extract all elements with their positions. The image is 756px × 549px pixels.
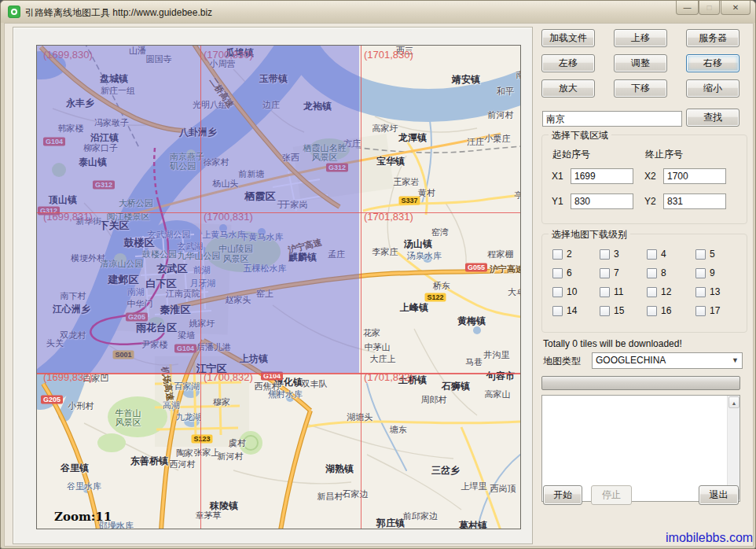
checkbox-icon bbox=[647, 268, 657, 278]
map-canvas[interactable]: 下关区鼓楼区玄武区建邺区白下区秦淮区雨花台区栖霞区江宁区盘城镇永丰乡沿江镇泰山镇… bbox=[36, 45, 521, 529]
map-type-label: 地图类型 bbox=[543, 355, 581, 368]
tile-gridline-horizontal bbox=[37, 212, 521, 213]
close-button[interactable]: ✕ bbox=[721, 1, 750, 15]
checkbox-icon bbox=[552, 268, 563, 278]
download-progressbar bbox=[541, 376, 740, 390]
zoom-in-button[interactable]: 放大 bbox=[541, 79, 595, 98]
level-12-checkbox[interactable]: 12 bbox=[647, 286, 695, 297]
move-left-button[interactable]: 左移 bbox=[541, 54, 595, 72]
find-button[interactable]: 查找 bbox=[686, 109, 739, 127]
map-panel: 下关区鼓楼区玄武区建邺区白下区秦淮区雨花台区栖霞区江宁区盘城镇永丰乡沿江镇泰山镇… bbox=[13, 27, 533, 544]
level-14-checkbox[interactable]: 14 bbox=[552, 305, 600, 316]
map-type-value: GOOGLECHINA bbox=[596, 355, 666, 366]
level-label: 17 bbox=[710, 305, 720, 316]
exit-button[interactable]: 退出 bbox=[699, 485, 739, 505]
titlebar[interactable]: 引路蜂离线地图工具 http://www.guidebee.biz — □ ✕ bbox=[1, 1, 756, 23]
window-title: 引路蜂离线地图工具 http://www.guidebee.biz bbox=[25, 6, 212, 20]
tile-range-fields: X1X2Y1Y2 bbox=[552, 168, 737, 209]
map-type-select[interactable]: GOOGLECHINA ▼ bbox=[592, 352, 743, 369]
client-area: 下关区鼓楼区玄武区建邺区白下区秦淮区雨花台区栖霞区江宁区盘城镇永丰乡沿江镇泰山镇… bbox=[4, 23, 754, 547]
level-6-checkbox[interactable]: 6 bbox=[552, 267, 600, 278]
move-down-button[interactable]: 下移 bbox=[614, 79, 667, 98]
tile-gridline-horizontal bbox=[37, 373, 521, 374]
move-up-button[interactable]: 上移 bbox=[614, 29, 667, 47]
adjust-button[interactable]: 调整 bbox=[614, 54, 667, 72]
checkbox-icon bbox=[647, 287, 657, 297]
maximize-button: □ bbox=[699, 1, 720, 15]
level-label: 3 bbox=[614, 249, 619, 260]
tile-coordinate-label: (1701,830) bbox=[364, 49, 413, 61]
scroll-up-icon[interactable]: ▲ bbox=[728, 396, 739, 408]
server-button[interactable]: 服务器 bbox=[686, 29, 739, 47]
level-11-checkbox[interactable]: 11 bbox=[600, 286, 647, 297]
level-label: 5 bbox=[710, 249, 715, 260]
level-17-checkbox[interactable]: 17 bbox=[695, 305, 739, 316]
search-input[interactable] bbox=[542, 111, 682, 127]
level-label: 12 bbox=[661, 286, 671, 297]
level-16-checkbox[interactable]: 16 bbox=[647, 305, 695, 316]
x1-label: X1 bbox=[552, 171, 571, 182]
level-9-checkbox[interactable]: 9 bbox=[695, 267, 739, 278]
level-8-checkbox[interactable]: 8 bbox=[647, 267, 695, 278]
level-2-checkbox[interactable]: 2 bbox=[552, 249, 600, 260]
level-label: 14 bbox=[567, 305, 577, 316]
x2-input[interactable] bbox=[663, 168, 726, 184]
level-label: 16 bbox=[661, 305, 671, 316]
checkbox-icon bbox=[552, 287, 563, 297]
zoom-out-button[interactable]: 缩小 bbox=[686, 79, 739, 98]
level-label: 9 bbox=[710, 267, 715, 278]
level-label: 10 bbox=[567, 286, 577, 297]
load-file-button[interactable]: 加载文件 bbox=[541, 29, 595, 47]
y1-input[interactable] bbox=[571, 193, 633, 209]
tiles-summary-text: Totally 0 tiles will be downloaded! bbox=[543, 338, 682, 349]
app-icon bbox=[8, 6, 20, 18]
level-3-checkbox[interactable]: 3 bbox=[600, 249, 647, 260]
level-label: 2 bbox=[567, 249, 572, 260]
level-label: 13 bbox=[710, 286, 720, 297]
y2-input[interactable] bbox=[663, 193, 726, 209]
app-window: 引路蜂离线地图工具 http://www.guidebee.biz — □ ✕ bbox=[0, 0, 756, 549]
level-7-checkbox[interactable]: 7 bbox=[600, 267, 647, 278]
start-button[interactable]: 开始 bbox=[543, 485, 582, 505]
checkbox-icon bbox=[647, 249, 657, 260]
checkbox-icon bbox=[695, 249, 706, 260]
level-10-checkbox[interactable]: 10 bbox=[552, 286, 600, 297]
x2-label: X2 bbox=[644, 171, 663, 182]
level-label: 7 bbox=[614, 267, 619, 278]
checkbox-icon bbox=[695, 287, 706, 297]
tile-gridline-vertical bbox=[361, 46, 361, 529]
levels-title: 选择地图下载级别 bbox=[549, 228, 630, 241]
checkbox-icon bbox=[695, 306, 706, 316]
checkbox-icon bbox=[695, 268, 706, 278]
level-13-checkbox[interactable]: 13 bbox=[695, 286, 739, 297]
checkbox-icon bbox=[647, 306, 657, 316]
download-area-title: 选择下载区域 bbox=[549, 129, 611, 142]
toolbar: 加载文件上移服务器左移调整右移放大下移缩小 bbox=[541, 29, 739, 98]
end-index-label: 终止序号 bbox=[645, 148, 683, 161]
tile-gridline-vertical bbox=[200, 46, 201, 529]
zoom-level-label: Zoom:11 bbox=[54, 510, 112, 524]
start-index-label: 起始序号 bbox=[552, 148, 590, 161]
minimize-button[interactable]: — bbox=[676, 1, 699, 15]
level-5-checkbox[interactable]: 5 bbox=[695, 249, 739, 260]
levels-groupbox: 选择地图下载级别 234567891011121314151617 bbox=[541, 234, 747, 333]
checkbox-icon bbox=[600, 287, 610, 297]
download-area-groupbox: 选择下载区域 起始序号 终止序号 X1X2Y1Y2 bbox=[541, 134, 747, 224]
watermark-link[interactable]: imobilebbs.com bbox=[666, 531, 753, 545]
stop-button: 停止 bbox=[591, 485, 632, 505]
move-right-button[interactable]: 右移 bbox=[686, 54, 739, 72]
level-label: 11 bbox=[614, 286, 623, 297]
y2-label: Y2 bbox=[644, 196, 663, 207]
level-label: 15 bbox=[614, 305, 624, 316]
checkbox-icon bbox=[600, 306, 610, 316]
chevron-down-icon: ▼ bbox=[732, 356, 739, 364]
level-label: 6 bbox=[567, 267, 572, 278]
checkbox-icon bbox=[600, 249, 610, 260]
level-15-checkbox[interactable]: 15 bbox=[600, 305, 647, 316]
checkbox-icon bbox=[600, 268, 610, 278]
level-checkboxes: 234567891011121314151617 bbox=[552, 249, 739, 316]
selection-overlay bbox=[37, 46, 359, 373]
level-label: 4 bbox=[661, 249, 666, 260]
x1-input[interactable] bbox=[571, 168, 633, 184]
level-4-checkbox[interactable]: 4 bbox=[647, 249, 695, 260]
